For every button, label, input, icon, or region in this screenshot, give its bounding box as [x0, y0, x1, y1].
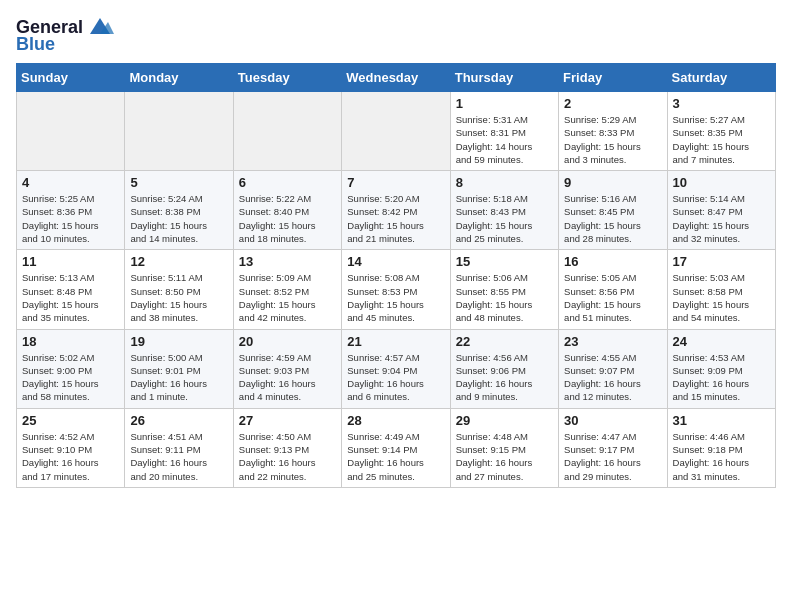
day-cell: 25Sunrise: 4:52 AM Sunset: 9:10 PM Dayli… [17, 408, 125, 487]
day-info: Sunrise: 5:11 AM Sunset: 8:50 PM Dayligh… [130, 271, 227, 324]
day-number: 27 [239, 413, 336, 428]
day-info: Sunrise: 4:52 AM Sunset: 9:10 PM Dayligh… [22, 430, 119, 483]
day-number: 29 [456, 413, 553, 428]
weekday-header-sunday: Sunday [17, 64, 125, 92]
day-info: Sunrise: 4:49 AM Sunset: 9:14 PM Dayligh… [347, 430, 444, 483]
day-number: 16 [564, 254, 661, 269]
day-info: Sunrise: 5:25 AM Sunset: 8:36 PM Dayligh… [22, 192, 119, 245]
day-number: 25 [22, 413, 119, 428]
day-cell: 3Sunrise: 5:27 AM Sunset: 8:35 PM Daylig… [667, 92, 775, 171]
day-cell: 15Sunrise: 5:06 AM Sunset: 8:55 PM Dayli… [450, 250, 558, 329]
logo: General Blue [16, 16, 114, 55]
logo-icon [86, 16, 114, 38]
day-number: 22 [456, 334, 553, 349]
day-cell: 29Sunrise: 4:48 AM Sunset: 9:15 PM Dayli… [450, 408, 558, 487]
day-cell: 2Sunrise: 5:29 AM Sunset: 8:33 PM Daylig… [559, 92, 667, 171]
day-cell: 8Sunrise: 5:18 AM Sunset: 8:43 PM Daylig… [450, 171, 558, 250]
day-info: Sunrise: 4:57 AM Sunset: 9:04 PM Dayligh… [347, 351, 444, 404]
day-number: 19 [130, 334, 227, 349]
day-cell [17, 92, 125, 171]
day-cell: 12Sunrise: 5:11 AM Sunset: 8:50 PM Dayli… [125, 250, 233, 329]
day-info: Sunrise: 4:47 AM Sunset: 9:17 PM Dayligh… [564, 430, 661, 483]
day-number: 21 [347, 334, 444, 349]
day-cell: 11Sunrise: 5:13 AM Sunset: 8:48 PM Dayli… [17, 250, 125, 329]
day-number: 3 [673, 96, 770, 111]
day-info: Sunrise: 4:50 AM Sunset: 9:13 PM Dayligh… [239, 430, 336, 483]
day-cell: 31Sunrise: 4:46 AM Sunset: 9:18 PM Dayli… [667, 408, 775, 487]
day-cell [342, 92, 450, 171]
day-number: 13 [239, 254, 336, 269]
day-cell: 1Sunrise: 5:31 AM Sunset: 8:31 PM Daylig… [450, 92, 558, 171]
day-cell: 20Sunrise: 4:59 AM Sunset: 9:03 PM Dayli… [233, 329, 341, 408]
day-cell [125, 92, 233, 171]
week-row-3: 18Sunrise: 5:02 AM Sunset: 9:00 PM Dayli… [17, 329, 776, 408]
day-cell: 22Sunrise: 4:56 AM Sunset: 9:06 PM Dayli… [450, 329, 558, 408]
day-cell: 28Sunrise: 4:49 AM Sunset: 9:14 PM Dayli… [342, 408, 450, 487]
day-number: 10 [673, 175, 770, 190]
day-cell: 5Sunrise: 5:24 AM Sunset: 8:38 PM Daylig… [125, 171, 233, 250]
day-info: Sunrise: 4:59 AM Sunset: 9:03 PM Dayligh… [239, 351, 336, 404]
day-info: Sunrise: 4:53 AM Sunset: 9:09 PM Dayligh… [673, 351, 770, 404]
day-cell: 10Sunrise: 5:14 AM Sunset: 8:47 PM Dayli… [667, 171, 775, 250]
day-info: Sunrise: 5:13 AM Sunset: 8:48 PM Dayligh… [22, 271, 119, 324]
day-cell: 7Sunrise: 5:20 AM Sunset: 8:42 PM Daylig… [342, 171, 450, 250]
day-number: 14 [347, 254, 444, 269]
day-info: Sunrise: 5:08 AM Sunset: 8:53 PM Dayligh… [347, 271, 444, 324]
day-info: Sunrise: 5:00 AM Sunset: 9:01 PM Dayligh… [130, 351, 227, 404]
day-cell: 13Sunrise: 5:09 AM Sunset: 8:52 PM Dayli… [233, 250, 341, 329]
day-cell: 23Sunrise: 4:55 AM Sunset: 9:07 PM Dayli… [559, 329, 667, 408]
weekday-header-wednesday: Wednesday [342, 64, 450, 92]
day-number: 18 [22, 334, 119, 349]
day-number: 8 [456, 175, 553, 190]
day-number: 28 [347, 413, 444, 428]
day-info: Sunrise: 5:18 AM Sunset: 8:43 PM Dayligh… [456, 192, 553, 245]
day-cell: 30Sunrise: 4:47 AM Sunset: 9:17 PM Dayli… [559, 408, 667, 487]
day-cell: 26Sunrise: 4:51 AM Sunset: 9:11 PM Dayli… [125, 408, 233, 487]
day-cell: 16Sunrise: 5:05 AM Sunset: 8:56 PM Dayli… [559, 250, 667, 329]
day-info: Sunrise: 5:03 AM Sunset: 8:58 PM Dayligh… [673, 271, 770, 324]
day-cell: 6Sunrise: 5:22 AM Sunset: 8:40 PM Daylig… [233, 171, 341, 250]
day-number: 17 [673, 254, 770, 269]
day-number: 4 [22, 175, 119, 190]
day-number: 24 [673, 334, 770, 349]
day-info: Sunrise: 5:22 AM Sunset: 8:40 PM Dayligh… [239, 192, 336, 245]
day-info: Sunrise: 5:27 AM Sunset: 8:35 PM Dayligh… [673, 113, 770, 166]
day-info: Sunrise: 5:24 AM Sunset: 8:38 PM Dayligh… [130, 192, 227, 245]
day-info: Sunrise: 4:51 AM Sunset: 9:11 PM Dayligh… [130, 430, 227, 483]
day-info: Sunrise: 5:09 AM Sunset: 8:52 PM Dayligh… [239, 271, 336, 324]
week-row-2: 11Sunrise: 5:13 AM Sunset: 8:48 PM Dayli… [17, 250, 776, 329]
day-info: Sunrise: 4:48 AM Sunset: 9:15 PM Dayligh… [456, 430, 553, 483]
day-cell: 27Sunrise: 4:50 AM Sunset: 9:13 PM Dayli… [233, 408, 341, 487]
day-number: 30 [564, 413, 661, 428]
day-number: 12 [130, 254, 227, 269]
page-header: General Blue [16, 16, 776, 55]
day-cell: 4Sunrise: 5:25 AM Sunset: 8:36 PM Daylig… [17, 171, 125, 250]
logo-blue-text: Blue [16, 34, 55, 55]
week-row-1: 4Sunrise: 5:25 AM Sunset: 8:36 PM Daylig… [17, 171, 776, 250]
day-cell: 14Sunrise: 5:08 AM Sunset: 8:53 PM Dayli… [342, 250, 450, 329]
day-info: Sunrise: 4:56 AM Sunset: 9:06 PM Dayligh… [456, 351, 553, 404]
day-info: Sunrise: 5:16 AM Sunset: 8:45 PM Dayligh… [564, 192, 661, 245]
day-info: Sunrise: 5:20 AM Sunset: 8:42 PM Dayligh… [347, 192, 444, 245]
day-cell: 9Sunrise: 5:16 AM Sunset: 8:45 PM Daylig… [559, 171, 667, 250]
day-number: 6 [239, 175, 336, 190]
week-row-0: 1Sunrise: 5:31 AM Sunset: 8:31 PM Daylig… [17, 92, 776, 171]
day-cell: 17Sunrise: 5:03 AM Sunset: 8:58 PM Dayli… [667, 250, 775, 329]
day-number: 26 [130, 413, 227, 428]
week-row-4: 25Sunrise: 4:52 AM Sunset: 9:10 PM Dayli… [17, 408, 776, 487]
day-number: 11 [22, 254, 119, 269]
day-number: 7 [347, 175, 444, 190]
day-number: 15 [456, 254, 553, 269]
day-info: Sunrise: 5:02 AM Sunset: 9:00 PM Dayligh… [22, 351, 119, 404]
day-number: 9 [564, 175, 661, 190]
weekday-header-monday: Monday [125, 64, 233, 92]
day-info: Sunrise: 5:29 AM Sunset: 8:33 PM Dayligh… [564, 113, 661, 166]
day-cell: 21Sunrise: 4:57 AM Sunset: 9:04 PM Dayli… [342, 329, 450, 408]
day-info: Sunrise: 5:31 AM Sunset: 8:31 PM Dayligh… [456, 113, 553, 166]
day-number: 31 [673, 413, 770, 428]
day-info: Sunrise: 4:55 AM Sunset: 9:07 PM Dayligh… [564, 351, 661, 404]
weekday-header-tuesday: Tuesday [233, 64, 341, 92]
weekday-header-saturday: Saturday [667, 64, 775, 92]
day-number: 5 [130, 175, 227, 190]
day-cell: 19Sunrise: 5:00 AM Sunset: 9:01 PM Dayli… [125, 329, 233, 408]
